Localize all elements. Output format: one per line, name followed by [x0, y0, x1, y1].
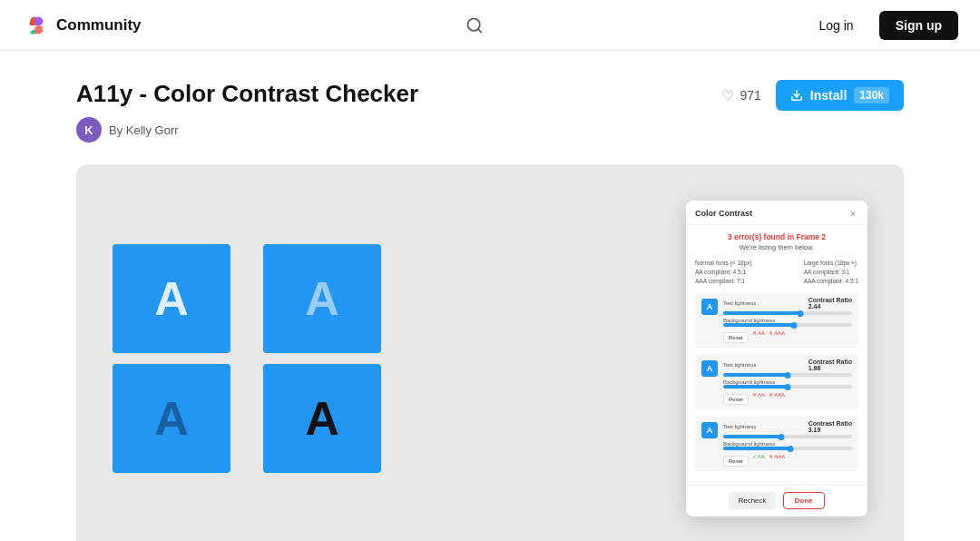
popup-body: 3 error(s) found in Frame 2 We're listin… — [686, 225, 867, 485]
header: Community Log in Sign up — [0, 0, 980, 51]
popup-slider-text-1[interactable] — [723, 311, 852, 315]
color-tile-4: A — [263, 364, 381, 473]
popup-item-letter-3: A — [701, 422, 718, 438]
popup-info-row: Normal fonts (< 18px)AA compliant: 4.5:1… — [695, 259, 858, 285]
popup-slider-text-3[interactable] — [723, 435, 852, 438]
popup-reset-button-1[interactable]: Reset — [723, 332, 749, 343]
popup-item-3: A Text lightness Contrast Ratio3.19 Back… — [695, 416, 858, 471]
header-search — [460, 11, 489, 40]
main-content: A11y - Color Contrast Checker K By Kelly… — [54, 51, 926, 541]
popup-slider-label-text-2: Text lightness — [723, 362, 756, 368]
like-section: ♡ 971 — [721, 87, 760, 104]
install-count: 130k — [854, 87, 889, 103]
popup-slider-bg-2[interactable] — [723, 385, 852, 389]
badge-aaa-fail-2: ✕ AAA — [769, 391, 785, 405]
install-label: Install — [810, 88, 847, 103]
popup-slider-text-2[interactable] — [723, 373, 852, 377]
popup-badge-row-1: Reset ✕ AA ✕ AAA — [723, 330, 852, 343]
plugin-popup: Color Contrast × 3 error(s) found in Fra… — [686, 201, 867, 516]
plugin-author: K By Kelly Gorr — [76, 117, 418, 143]
plugin-header: A11y - Color Contrast Checker K By Kelly… — [76, 80, 904, 143]
popup-slider-row-text-2: Text lightness Contrast Ratio1.86 — [723, 359, 852, 371]
popup-contrast-ratio-2: Contrast Ratio1.86 — [808, 359, 852, 371]
popup-slider-bg-1[interactable] — [723, 323, 852, 327]
avatar: K — [76, 117, 102, 143]
tile-letter-3: A — [154, 391, 189, 446]
popup-close-button[interactable]: × — [848, 208, 858, 219]
popup-slider-row-text-1: Text lightness Contrast Ratio2.44 — [723, 297, 852, 310]
popup-item-content-3: Text lightness Contrast Ratio3.19 Backgr… — [723, 420, 852, 467]
color-tile-3: A — [113, 364, 230, 473]
login-button[interactable]: Log in — [808, 13, 865, 38]
search-icon — [466, 16, 484, 34]
popup-slider-label-text-3: Text lightness — [723, 424, 756, 429]
popup-info-normal: Normal fonts (< 18px)AA compliant: 4.5:1… — [695, 259, 752, 285]
plugin-actions: ♡ 971 Install 130k — [721, 80, 904, 111]
tile-letter-1: A — [154, 271, 189, 326]
author-name: By Kelly Gorr — [109, 123, 179, 137]
header-left: Community — [22, 13, 142, 38]
popup-item-letter-2: A — [701, 360, 718, 377]
plugin-title: A11y - Color Contrast Checker — [76, 80, 418, 108]
color-tiles: A A A A — [113, 244, 403, 473]
popup-subtitle: We're listing them below. — [695, 243, 858, 251]
popup-info-large: Large fonts (18px +)AA compliant: 3:1AAA… — [804, 259, 858, 285]
popup-badge-row-3: Reset ✓ AA ✕ AAA — [723, 453, 852, 467]
site-title: Community — [56, 16, 142, 34]
heart-icon: ♡ — [721, 87, 734, 104]
signup-button[interactable]: Sign up — [879, 11, 958, 40]
popup-item-2: A Text lightness Contrast Ratio1.86 Back… — [695, 354, 858, 409]
popup-badge-row-2: Reset ✕ AA ✕ AAA — [723, 391, 852, 405]
popup-item-1: A Text lightness Contrast Ratio2.44 Back… — [695, 292, 858, 348]
popup-title: Color Contrast — [695, 209, 752, 218]
popup-slider-bg-3[interactable] — [723, 447, 852, 450]
preview-area: A A A A Color Contrast × 3 error(s) foun… — [76, 164, 904, 541]
popup-contrast-ratio-3: Contrast Ratio3.19 — [808, 420, 852, 433]
popup-footer: Recheck Done — [686, 485, 867, 516]
tile-letter-4: A — [305, 391, 339, 446]
svg-line-1 — [478, 28, 482, 32]
install-button[interactable]: Install 130k — [776, 80, 904, 111]
popup-slider-row-text-3: Text lightness Contrast Ratio3.19 — [723, 420, 852, 433]
figma-logo-icon — [22, 13, 47, 38]
search-button[interactable] — [460, 11, 489, 40]
badge-aa-fail-2: ✕ AA — [752, 391, 765, 405]
popup-item-letter-1: A — [701, 299, 718, 315]
color-tile-1: A — [113, 244, 230, 353]
download-icon — [790, 89, 803, 102]
popup-error-title: 3 error(s) found in Frame 2 — [695, 232, 858, 241]
color-tile-2: A — [263, 244, 381, 353]
popup-item-content-1: Text lightness Contrast Ratio2.44 Backgr… — [723, 297, 852, 343]
plugin-title-section: A11y - Color Contrast Checker K By Kelly… — [76, 80, 418, 143]
badge-aa-fail-1: ✕ AA — [752, 330, 765, 343]
popup-slider-label-text-1: Text lightness — [723, 300, 756, 306]
likes-count: 971 — [740, 88, 760, 103]
popup-recheck-button[interactable]: Recheck — [729, 492, 775, 509]
header-right: Log in Sign up — [808, 11, 958, 40]
popup-reset-button-2[interactable]: Reset — [723, 394, 749, 405]
popup-reset-button-3[interactable]: Reset — [723, 456, 749, 467]
popup-done-button[interactable]: Done — [783, 492, 825, 509]
badge-aaa-fail-1: ✕ AAA — [769, 330, 785, 343]
tile-letter-2: A — [305, 271, 339, 326]
popup-item-content-2: Text lightness Contrast Ratio1.86 Backgr… — [723, 359, 852, 405]
badge-aa-pass-3: ✓ AA — [752, 453, 765, 467]
badge-aaa-fail-3: ✕ AAA — [769, 453, 785, 467]
popup-header: Color Contrast × — [686, 201, 867, 225]
popup-contrast-ratio-1: Contrast Ratio2.44 — [808, 297, 852, 310]
